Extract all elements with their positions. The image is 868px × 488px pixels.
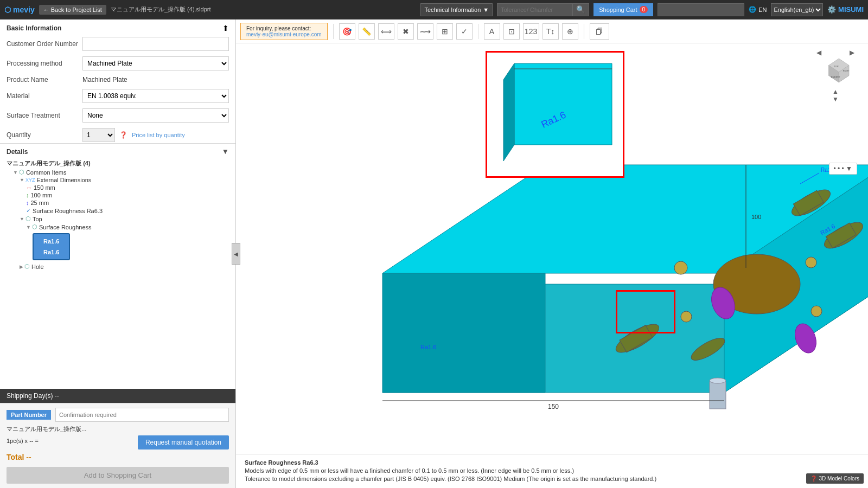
tree-item-150mm[interactable]: ↔ 150 mm (7, 184, 229, 191)
text-align-button[interactable]: T↕ (542, 23, 559, 40)
xyz-icon: XYZ (25, 177, 35, 183)
3d-view-button[interactable]: 🗍 (590, 23, 609, 40)
order-panel: Part Number マニュアル用モデル_操作版... 1pc(s) x --… (0, 403, 235, 488)
toolbar-separator (333, 24, 334, 39)
svg-marker-30 (514, 63, 612, 145)
basic-info-header: Basic Information ⬆ (7, 24, 229, 33)
svg-point-15 (681, 311, 692, 322)
surface-treatment-label: Surface Treatment (7, 112, 82, 119)
symbol-button[interactable]: ⊡ (503, 23, 520, 40)
technical-info-dropdown[interactable]: Technical Information ▼ (420, 3, 493, 16)
svg-text:RIGHT: RIGHT (843, 70, 850, 72)
part-number-label: Part Number (7, 410, 51, 420)
part-number-input[interactable] (55, 408, 229, 422)
nav-cube-svg: FRONT RIGHT TOP (814, 59, 857, 86)
surface-roughness-title: Surface Roughness Ra6.3 (245, 459, 859, 466)
header-right-input[interactable] (658, 3, 744, 16)
quantity-select[interactable]: 1 (82, 128, 115, 142)
inquiry-text: For inquiry, please contact: (246, 25, 322, 31)
toolbar-separator-2 (478, 24, 478, 39)
nav-down-arrow[interactable]: ▼ (832, 95, 839, 103)
folder-icon: ⬡ (32, 223, 37, 230)
svg-point-20 (710, 378, 726, 383)
svg-text:FRONT: FRONT (831, 75, 840, 79)
cross-dim-button[interactable]: ✖ (398, 23, 414, 40)
total-label: Total -- (7, 453, 31, 461)
tolerance-input[interactable] (497, 3, 573, 16)
collapse-panel-button[interactable]: ◀ (232, 243, 240, 265)
customer-order-row: Customer Order Number (7, 37, 229, 51)
product-name-label: Product Name (7, 76, 82, 84)
number-button[interactable]: 123 (523, 23, 539, 40)
tree-item-100mm[interactable]: ↕ 100 mm (7, 191, 229, 199)
grid-button[interactable]: ⊞ (437, 23, 453, 40)
price-list-link[interactable]: Price list by quantity (132, 132, 185, 138)
zoom-preview-box: Ra1.6 (486, 51, 624, 178)
meviy-icon: ⬡ (4, 5, 11, 14)
tree-item-surface-roughness[interactable]: ▼ ⬡ Surface Roughness (7, 223, 229, 231)
basic-info-section: Basic Information ⬆ Customer Order Numbe… (0, 20, 235, 144)
viewport-toolbar: For inquiry, please contact: meviy-eu@mi… (236, 20, 868, 43)
details-expand-button[interactable]: ▼ (222, 147, 229, 156)
feature-tree: マニュアル用モデル_操作版 (4) ▼ ⬡ Common Items ▼ XYZ… (7, 159, 229, 271)
shopping-cart-button[interactable]: Shopping Cart 0 (593, 3, 653, 16)
nav-right-arrow[interactable]: ▶ (850, 49, 854, 56)
tolerance-search[interactable]: 🔍 (497, 3, 589, 16)
check-icon: ✓ (26, 207, 31, 214)
ra-badge-1[interactable]: Ra1.6 (38, 237, 65, 246)
add-to-cart-button[interactable]: Add to Shopping Cart (7, 467, 229, 484)
collapse-basic-info-button[interactable]: ⬆ (222, 24, 229, 33)
snap-icon-button[interactable]: 🎯 (339, 23, 355, 40)
info-line-1: Models with edge of 0.5 mm or less will … (245, 467, 859, 474)
request-quote-button[interactable]: Request manual quotation (138, 435, 229, 450)
tree-item-surface-roughness-ra63[interactable]: ✓ Surface Roughness Ra6.3 (7, 207, 229, 215)
tree-item-external-dim[interactable]: ▼ XYZ External Dimensions (7, 176, 229, 184)
customer-order-input[interactable] (82, 37, 229, 51)
part-number-row: Part Number (7, 408, 229, 422)
tree-item-top[interactable]: ▼ ⬡ Top (7, 215, 229, 223)
tree-item-common[interactable]: ▼ ⬡ Common Items (7, 168, 229, 176)
cart-count-badge: 0 (640, 6, 648, 13)
svg-marker-3 (382, 273, 545, 393)
dimension-line-button[interactable]: 📏 (359, 23, 375, 40)
customer-order-label: Customer Order Number (7, 40, 82, 48)
x-dim-icon: ↔ (26, 184, 32, 191)
details-header: Details ▼ (7, 147, 229, 156)
surface-treatment-row: Surface Treatment None (7, 108, 229, 123)
text-dim-button[interactable]: ⟺ (378, 23, 394, 40)
arrow-dim-button[interactable]: ⟿ (417, 23, 433, 40)
y-dim-icon: ↕ (26, 192, 29, 198)
logo: ⬡ meviy (4, 5, 35, 14)
z-dim-icon: ↕ (26, 200, 29, 206)
viewport-info: Surface Roughness Ra6.3 Models with edge… (236, 454, 868, 488)
material-select[interactable]: EN 1.0038 equiv. (82, 89, 229, 103)
tree-item-25mm[interactable]: ↕ 25 mm (7, 199, 229, 207)
ra-badge-2[interactable]: Ra1.6 (38, 248, 65, 256)
search-button[interactable]: 🔍 (573, 3, 589, 16)
svg-text:TOP: TOP (834, 65, 839, 68)
processing-method-select[interactable]: Machined Plate (82, 56, 229, 70)
lang-dropdown[interactable]: English(en_gb) (771, 3, 823, 16)
language-selector[interactable]: 🌐 EN (749, 6, 767, 13)
more-options-button[interactable]: • • • ▼ (829, 163, 857, 175)
nav-left-arrow[interactable]: ◀ (816, 49, 821, 56)
folder-icon: ⬡ (25, 215, 31, 222)
inquiry-email[interactable]: meviy-eu@misumi-europe.com (246, 31, 322, 37)
chevron-down-icon: ▼ (483, 7, 489, 13)
bottom-highlight-box (616, 290, 675, 333)
expand-icon: ▶ (20, 264, 23, 269)
left-panel: Basic Information ⬆ Customer Order Numbe… (0, 20, 236, 488)
surface-treatment-select[interactable]: None (82, 108, 229, 123)
back-to-project-list-button[interactable]: ← Back to Project List (39, 5, 106, 15)
file-name-label: マニュアル用モデル_操作版... (7, 425, 229, 433)
checkmark-button[interactable]: ✓ (456, 23, 473, 40)
expand-icon: ▼ (26, 224, 31, 230)
crosshair-button[interactable]: ⊕ (562, 23, 578, 40)
3d-colors-button[interactable]: ❓ 3D Model Colors (806, 473, 864, 484)
processing-method-label: Processing method (7, 60, 82, 67)
zoom-preview-svg: Ra1.6 (487, 53, 624, 178)
expand-icon: ▼ (20, 216, 24, 222)
text-button[interactable]: A (484, 23, 500, 40)
tree-item-hole[interactable]: ▶ ⬡ Hole (7, 262, 229, 271)
nav-up-arrow[interactable]: ▲ (832, 88, 839, 95)
